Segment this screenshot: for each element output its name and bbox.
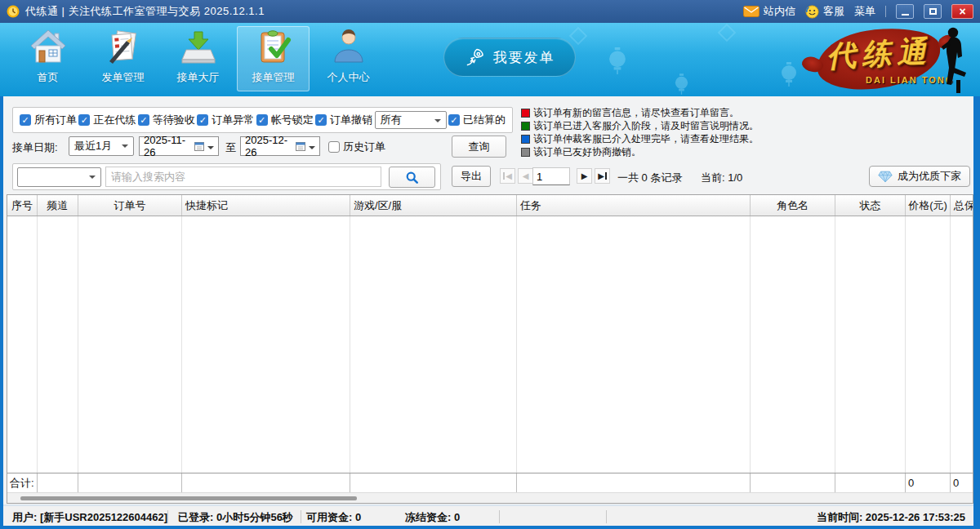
prev-page-icon: ◀ bbox=[523, 171, 529, 180]
filter-checkbox-1[interactable]: ✓所有订单 bbox=[20, 113, 77, 127]
mail-icon bbox=[743, 6, 760, 17]
column-header-10[interactable]: 总保 bbox=[951, 195, 973, 216]
column-header-3[interactable]: 订单号 bbox=[78, 195, 182, 216]
filter-checkbox-6[interactable]: ✓订单撤销 bbox=[315, 113, 372, 127]
mail-label: 站内信 bbox=[764, 4, 795, 19]
rocket-icon bbox=[465, 47, 486, 68]
history-orders-checkbox[interactable]: 历史订单 bbox=[328, 140, 385, 154]
search-button[interactable] bbox=[389, 167, 435, 188]
body-column bbox=[78, 216, 182, 473]
next-page-button[interactable]: ▶ bbox=[577, 168, 592, 184]
table-total-row: 合计:00 bbox=[7, 473, 973, 492]
filter-checkbox-3[interactable]: ✓等待验收 bbox=[138, 113, 195, 127]
column-header-4[interactable]: 快捷标记 bbox=[182, 195, 350, 216]
date-to-label: 至 bbox=[225, 140, 236, 155]
next-page-icon: ▶ bbox=[581, 171, 588, 180]
checkbox-icon: ✓ bbox=[256, 114, 268, 126]
export-button[interactable]: 导出 bbox=[452, 166, 491, 187]
last-page-button[interactable]: ▶ bbox=[595, 168, 610, 184]
first-page-icon bbox=[503, 172, 505, 180]
maximize-button[interactable] bbox=[924, 4, 942, 19]
date-from-input[interactable]: 2025-11-26 bbox=[139, 136, 219, 156]
nav-item-post-manage[interactable]: 发单管理 bbox=[87, 26, 159, 91]
date-from-value: 2025-11-26 bbox=[144, 134, 191, 158]
titlebar[interactable]: 代练通 | 关注代练工作室管理与交易 2025.12.1.1 站内信 客服 菜单… bbox=[0, 0, 980, 23]
app-icon bbox=[7, 5, 20, 18]
query-button[interactable]: 查询 bbox=[452, 136, 506, 158]
menu-button[interactable]: 菜单 bbox=[854, 4, 875, 19]
home-icon bbox=[29, 27, 68, 65]
checkbox-icon: ✓ bbox=[315, 114, 327, 126]
nav-item-order-manage[interactable]: 接单管理 bbox=[237, 26, 310, 91]
knot-decoration bbox=[569, 27, 588, 46]
column-header-5[interactable]: 游戏/区/服 bbox=[350, 195, 517, 216]
scrollbar-thumb[interactable] bbox=[20, 496, 357, 500]
body-column bbox=[517, 216, 751, 473]
nav-item-order-hall[interactable]: 接单大厅 bbox=[162, 26, 234, 91]
nav-item-profile[interactable]: 个人中心 bbox=[312, 26, 385, 91]
search-input[interactable] bbox=[105, 167, 381, 187]
body-column bbox=[751, 216, 835, 473]
service-icon bbox=[805, 5, 819, 19]
search-field-select[interactable] bbox=[17, 167, 101, 187]
publish-order-button[interactable]: 我要发单 bbox=[443, 38, 576, 77]
total-cell-10: 0 bbox=[951, 473, 973, 492]
last-page-icon: ▶ bbox=[598, 171, 604, 180]
nav-bar: 首页发单管理接单大厅接单管理个人中心 我要发单 代练通 DAI LIAN TON… bbox=[0, 23, 980, 96]
titlebar-separator bbox=[885, 6, 886, 17]
column-header-1[interactable]: 序号 bbox=[7, 195, 38, 216]
legend-row: 该订单仲裁客服已介入处理完毕，请查看处理结果。 bbox=[521, 132, 759, 145]
legend-text: 该订单已进入客服介入阶段，请及时留言说明情况。 bbox=[533, 119, 759, 133]
minimize-button[interactable] bbox=[896, 4, 914, 19]
filter-checkbox-4[interactable]: ✓订单异常 bbox=[197, 113, 254, 127]
nav-item-home[interactable]: 首页 bbox=[11, 26, 84, 91]
legend-row: 该订单已友好协商撤销。 bbox=[521, 145, 759, 158]
total-cell-1: 合计: bbox=[7, 473, 38, 492]
post-manage-icon bbox=[104, 27, 143, 65]
person-silhouette bbox=[939, 26, 977, 95]
filter-checkbox-1-label: 所有订单 bbox=[34, 113, 77, 127]
first-page-button[interactable]: ◀ bbox=[500, 168, 515, 184]
order-manage-icon bbox=[254, 27, 293, 65]
column-header-7[interactable]: 角色名 bbox=[751, 195, 835, 216]
filter-checkbox-4-label: 订单异常 bbox=[212, 113, 254, 127]
settled-checkbox[interactable]: ✓已结算的 bbox=[448, 113, 506, 127]
quality-buyer-button[interactable]: 成为优质下家 bbox=[869, 166, 970, 187]
page-number-input[interactable] bbox=[532, 167, 570, 185]
filter-checkbox-5[interactable]: ✓帐号锁定 bbox=[256, 113, 314, 127]
body-column bbox=[906, 216, 951, 473]
diamond-icon bbox=[878, 171, 893, 183]
status-frozen-funds: 冻结资金: 0 bbox=[405, 510, 460, 525]
column-header-6[interactable]: 任务 bbox=[517, 195, 751, 216]
minimize-icon bbox=[902, 14, 909, 16]
filter-checkbox-3-label: 等待验收 bbox=[153, 113, 195, 127]
horizontal-scrollbar[interactable] bbox=[7, 492, 973, 503]
nav-item-label: 接单大厅 bbox=[177, 70, 220, 85]
service-label: 客服 bbox=[823, 4, 844, 19]
filter-checkbox-2[interactable]: ✓正在代练 bbox=[78, 113, 136, 127]
customer-service-button[interactable]: 客服 bbox=[805, 4, 844, 19]
site-mail-button[interactable]: 站内信 bbox=[743, 4, 795, 19]
legend-text: 该订单有新的留言信息，请尽快查看订单留言。 bbox=[533, 106, 739, 120]
search-icon bbox=[405, 171, 419, 184]
column-header-8[interactable]: 状态 bbox=[835, 195, 906, 216]
total-cell-2 bbox=[38, 473, 78, 492]
total-cell-5 bbox=[350, 473, 517, 492]
logo-text: 代练通 bbox=[826, 32, 933, 78]
search-group bbox=[12, 163, 441, 190]
prev-page-button[interactable]: ◀ bbox=[518, 168, 533, 184]
body-column bbox=[951, 216, 973, 473]
calendar-icon bbox=[296, 141, 305, 151]
cancel-filter-select[interactable]: 所有 bbox=[375, 111, 447, 129]
body-column bbox=[350, 216, 517, 473]
column-header-2[interactable]: 频道 bbox=[38, 195, 78, 216]
filter-checkbox-2-label: 正在代练 bbox=[93, 113, 136, 127]
lantern-decoration bbox=[608, 47, 626, 78]
close-button[interactable]: × bbox=[951, 4, 973, 19]
profile-icon bbox=[329, 27, 368, 65]
date-range-select[interactable]: 最近1月 bbox=[69, 136, 134, 156]
legend-color-icon bbox=[521, 122, 530, 131]
checkbox-icon: ✓ bbox=[20, 114, 31, 126]
column-header-9[interactable]: 价格(元) bbox=[906, 195, 951, 216]
date-to-input[interactable]: 2025-12-26 bbox=[240, 136, 320, 156]
